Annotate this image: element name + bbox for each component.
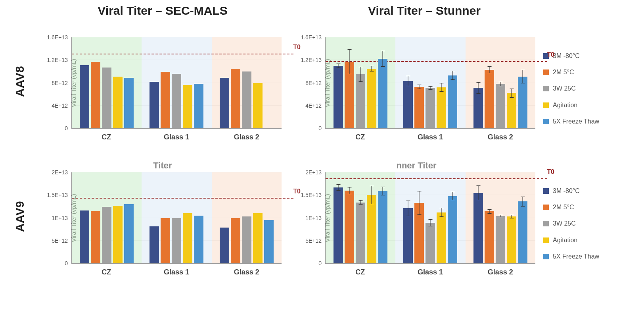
bar [102, 68, 111, 128]
chart-subtitle: Titer [40, 160, 286, 171]
error-bar [478, 185, 478, 200]
error-bar [360, 67, 361, 81]
bar [414, 87, 424, 128]
row-label-aav8: AAV8 [13, 73, 27, 97]
y-tick: 1.6E+13 [44, 34, 68, 41]
bars-container [72, 37, 282, 128]
chart-aav9-stunner: nner Titer 05E+121E+131.5E+132E+13Virall… [293, 160, 539, 280]
legend-swatch [543, 70, 549, 75]
x-label: Glass 2 [211, 133, 282, 141]
legend-item: 3W 25C [543, 220, 615, 227]
legend-label: 2M 5°C [553, 68, 574, 76]
x-label: Glass 1 [395, 133, 466, 141]
col-title-sec-mals: Viral Titer – SEC-MALS [40, 4, 286, 17]
chart-subtitle [293, 25, 539, 36]
bar [473, 88, 483, 128]
x-label: CZ [71, 268, 142, 276]
error-bar [419, 85, 420, 89]
y-tick: 1.5E+13 [44, 192, 68, 198]
legend-label: 3W 25C [553, 220, 576, 227]
x-label: CZ [325, 268, 395, 276]
x-label: CZ [71, 133, 142, 141]
y-tick: 0 [298, 125, 322, 131]
legend-label: Agitation [553, 236, 577, 244]
bar [367, 195, 376, 263]
bar-group [326, 37, 395, 128]
error-bar [441, 83, 442, 92]
x-label: CZ [325, 133, 395, 141]
col-title-stunner: Viral Titer – Stunner [301, 4, 547, 17]
legend-swatch [543, 188, 549, 194]
bar [253, 213, 263, 263]
bar [113, 206, 123, 263]
error-bar [500, 215, 500, 218]
bar [183, 213, 192, 263]
bar [124, 78, 134, 128]
y-tick: 1.5E+13 [298, 192, 322, 198]
bar [242, 216, 251, 263]
bar [80, 65, 89, 128]
bar-group [72, 37, 142, 128]
error-bar [349, 187, 350, 194]
bar-group [395, 37, 465, 128]
y-tick: 8E+12 [44, 80, 68, 86]
error-bar [511, 89, 512, 98]
legend-swatch [543, 205, 549, 210]
legend-swatch [543, 86, 549, 91]
bar [91, 211, 100, 263]
bar [426, 88, 435, 128]
t0-label: T0 [547, 51, 554, 58]
bar [485, 211, 494, 263]
bar [161, 72, 170, 128]
plot-area: 04E+128E+121.2E+131.6E+13Virall Titer (v… [71, 37, 282, 129]
x-label: Glass 2 [465, 133, 535, 141]
bar [496, 84, 505, 128]
x-labels: CZGlass 1Glass 2 [325, 133, 535, 141]
bar [124, 204, 134, 263]
y-tick: 1.6E+13 [298, 34, 322, 41]
legend-label: 5X Freeze Thaw [553, 253, 599, 260]
plot-area: 04E+128E+121.2E+131.6E+13Virall Titer (v… [325, 37, 535, 129]
bar [367, 69, 376, 128]
error-bar [383, 187, 383, 196]
bar [113, 77, 123, 128]
legend-label: 3M -80°C [553, 52, 580, 60]
legend-label: Agitation [553, 101, 577, 109]
error-bar [430, 86, 431, 90]
bar [231, 69, 240, 128]
x-label: Glass 1 [395, 268, 466, 276]
y-tick: 1E+13 [44, 215, 68, 221]
bar [150, 82, 159, 128]
legend-swatch [543, 254, 549, 259]
bar [437, 212, 446, 263]
legend-label: 3W 25C [553, 85, 576, 92]
x-labels: CZGlass 1Glass 2 [325, 268, 535, 276]
x-label: Glass 2 [211, 268, 282, 276]
legend-label: 3M -80°C [553, 187, 580, 195]
error-bar [478, 82, 478, 94]
x-labels: CZGlass 1Glass 2 [71, 133, 282, 141]
bar [231, 218, 240, 264]
bar [507, 216, 516, 263]
y-tick: 0 [44, 125, 68, 131]
legend-item: Agitation [543, 101, 615, 109]
bar [448, 196, 457, 263]
plot-area: 05E+121E+131.5E+132E+13Virall Titer (vp/… [71, 172, 282, 264]
bar [334, 66, 343, 128]
bars-container [326, 37, 535, 128]
bar-group [142, 172, 211, 263]
bar [264, 220, 274, 263]
bar [220, 228, 229, 263]
error-bar [408, 76, 408, 86]
bar [91, 62, 100, 128]
column-titles-row: Viral Titer – SEC-MALS Viral Titer – Stu… [40, 4, 636, 17]
bar [345, 62, 354, 128]
y-tick: 8E+12 [298, 80, 322, 86]
bar [334, 187, 343, 263]
bar [378, 59, 387, 128]
legend-item: Agitation [543, 236, 615, 244]
error-bar [408, 201, 408, 216]
error-bar [452, 71, 453, 80]
bar [194, 84, 203, 128]
legend-label: 2M 5°C [553, 203, 574, 211]
